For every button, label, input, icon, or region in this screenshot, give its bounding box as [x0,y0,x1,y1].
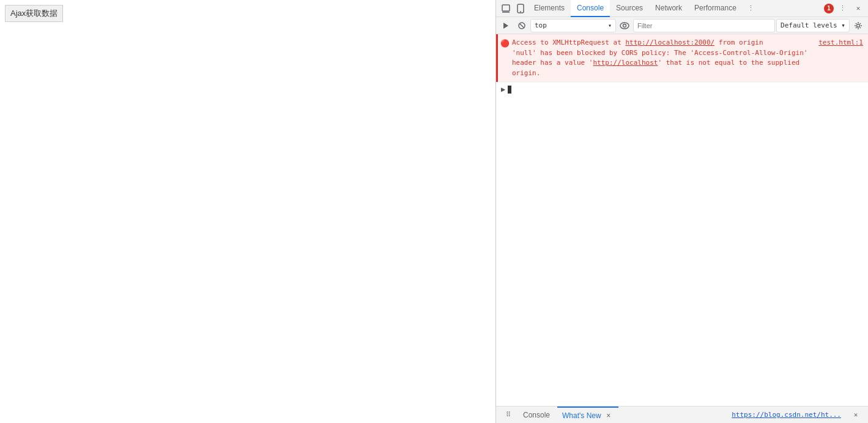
console-toolbar: top ▾ Default levels ▾ [496,17,868,34]
filter-input[interactable] [633,19,775,32]
devtools-actions: 1 ⋮ ✕ [824,1,866,16]
eye-button[interactable] [617,18,632,33]
tab-sources[interactable]: Sources [610,0,649,17]
tab-performance[interactable]: Performance [688,0,743,17]
error-url1-link[interactable]: http://localhost:2000/ [625,39,714,46]
svg-point-3 [520,11,521,12]
context-selector[interactable]: top ▾ [530,19,616,32]
main-page: Ajax获取数据 [0,0,495,423]
devtools-panel: Elements Console Sources Network Perform… [495,0,868,423]
bottom-tab-whatsnew[interactable]: What's New × [557,406,618,424]
error-url2-link[interactable]: http://localhost [593,59,658,67]
close-devtools-button[interactable]: ✕ [851,1,866,16]
svg-point-7 [620,23,629,29]
more-tabs-button[interactable]: ⋮ [744,0,759,17]
svg-point-9 [857,24,860,27]
tab-console[interactable]: Console [571,0,610,17]
svg-marker-4 [503,23,508,29]
prompt-cursor [508,86,511,94]
console-prompt[interactable]: ▶ [496,82,868,96]
error-icon: 🔴 [500,38,510,49]
clear-console-button[interactable] [514,18,529,33]
devtools-bottom-bar: ⠿ Console What's New × https://blog.csdn… [496,406,868,423]
error-count-badge: 1 [824,4,834,13]
svg-rect-0 [502,5,510,11]
svg-line-6 [520,24,524,28]
mobile-icon[interactable] [513,0,528,17]
prompt-arrow[interactable]: ▶ [501,85,505,94]
source-link[interactable]: test.html:1 [818,38,863,48]
tab-network[interactable]: Network [649,0,688,17]
bottom-dots-button[interactable]: ⠿ [501,408,516,422]
error-message-block: 🔴 Access to XMLHttpRequest at http://loc… [496,34,868,82]
inspect-icon[interactable] [499,0,513,17]
gear-button[interactable] [851,18,866,33]
console-output: 🔴 Access to XMLHttpRequest at http://loc… [496,34,868,406]
error-text: Access to XMLHttpRequest at http://local… [512,38,863,78]
bottom-close-button[interactable]: × [604,411,614,421]
ajax-button[interactable]: Ajax获取数据 [5,5,63,22]
execute-button[interactable] [499,18,513,33]
bottom-tab-console[interactable]: Console [518,406,555,424]
svg-point-8 [623,24,626,27]
more-options-button[interactable]: ⋮ [835,1,850,16]
bottom-url[interactable]: https://blog.csdn.net/ht... [732,411,841,419]
tab-elements[interactable]: Elements [528,0,571,17]
context-chevron: ▾ [608,22,612,29]
devtools-header: Elements Console Sources Network Perform… [496,0,868,17]
default-levels-button[interactable]: Default levels ▾ [776,19,850,32]
error-row: 🔴 Access to XMLHttpRequest at http://loc… [500,37,863,79]
bottom-close-x[interactable]: ✕ [848,408,863,422]
